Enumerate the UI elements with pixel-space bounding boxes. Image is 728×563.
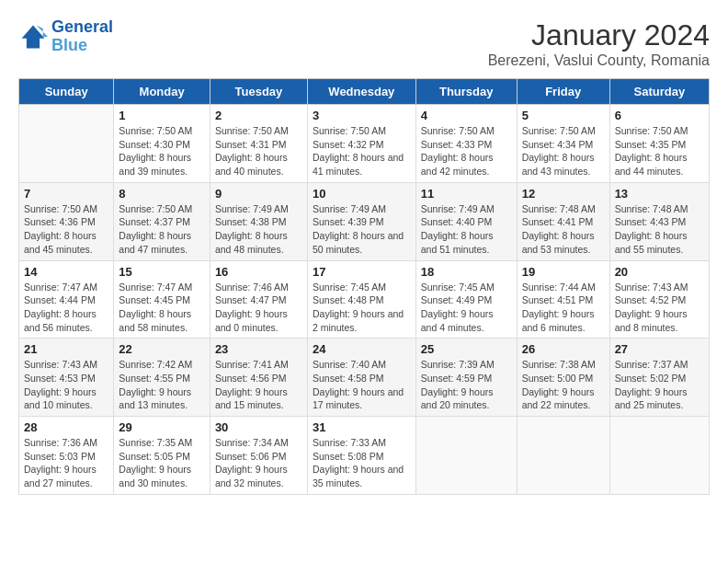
- day-info: Sunrise: 7:49 AMSunset: 4:40 PMDaylight:…: [421, 202, 512, 257]
- logo-text: General Blue: [51, 18, 113, 55]
- day-number: 2: [215, 109, 302, 122]
- day-number: 9: [215, 187, 302, 201]
- calendar-day-cell: 24Sunrise: 7:40 AMSunset: 4:58 PMDayligh…: [307, 339, 415, 417]
- day-info: Sunrise: 7:50 AMSunset: 4:35 PMDaylight:…: [615, 124, 704, 178]
- calendar-day-cell: 27Sunrise: 7:37 AMSunset: 5:02 PMDayligh…: [609, 339, 709, 417]
- calendar-day-cell: 2Sunrise: 7:50 AMSunset: 4:31 PMDaylight…: [210, 105, 307, 183]
- weekday-header: Wednesday: [307, 79, 415, 105]
- day-info: Sunrise: 7:50 AMSunset: 4:33 PMDaylight:…: [421, 124, 512, 178]
- calendar-week-row: 21Sunrise: 7:43 AMSunset: 4:53 PMDayligh…: [19, 339, 710, 417]
- calendar-day-cell: 29Sunrise: 7:35 AMSunset: 5:05 PMDayligh…: [114, 417, 210, 495]
- day-number: 22: [119, 342, 205, 356]
- calendar-day-cell: [609, 417, 709, 495]
- day-info: Sunrise: 7:49 AMSunset: 4:38 PMDaylight:…: [215, 202, 302, 257]
- calendar-day-cell: 4Sunrise: 7:50 AMSunset: 4:33 PMDaylight…: [415, 105, 517, 183]
- day-info: Sunrise: 7:44 AMSunset: 4:51 PMDaylight:…: [522, 281, 605, 335]
- day-info: Sunrise: 7:48 AMSunset: 4:41 PMDaylight:…: [522, 202, 605, 257]
- calendar-day-cell: 14Sunrise: 7:47 AMSunset: 4:44 PMDayligh…: [19, 260, 114, 339]
- title-block: January 2024 Berezeni, Vaslui County, Ro…: [488, 18, 710, 69]
- day-info: Sunrise: 7:50 AMSunset: 4:36 PMDaylight:…: [24, 202, 108, 257]
- day-info: Sunrise: 7:42 AMSunset: 4:55 PMDaylight:…: [119, 358, 205, 412]
- calendar-day-cell: 16Sunrise: 7:46 AMSunset: 4:47 PMDayligh…: [210, 260, 307, 339]
- day-number: 1: [119, 109, 205, 122]
- calendar-day-cell: 19Sunrise: 7:44 AMSunset: 4:51 PMDayligh…: [517, 260, 609, 339]
- day-number: 8: [119, 187, 205, 201]
- weekday-header: Friday: [517, 79, 609, 105]
- day-info: Sunrise: 7:39 AMSunset: 4:59 PMDaylight:…: [421, 358, 512, 412]
- day-info: Sunrise: 7:36 AMSunset: 5:03 PMDaylight:…: [24, 436, 108, 490]
- day-number: 6: [615, 109, 704, 122]
- weekday-header: Sunday: [19, 79, 114, 105]
- logo: General Blue: [18, 18, 113, 55]
- calendar-day-cell: 11Sunrise: 7:49 AMSunset: 4:40 PMDayligh…: [415, 182, 517, 260]
- day-info: Sunrise: 7:37 AMSunset: 5:02 PMDaylight:…: [615, 358, 704, 412]
- calendar-week-row: 7Sunrise: 7:50 AMSunset: 4:36 PMDaylight…: [19, 182, 710, 260]
- day-info: Sunrise: 7:48 AMSunset: 4:43 PMDaylight:…: [615, 202, 704, 257]
- weekday-header: Thursday: [415, 79, 517, 105]
- page-title: January 2024: [488, 18, 710, 52]
- day-number: 24: [313, 342, 411, 356]
- day-number: 27: [615, 342, 704, 356]
- day-number: 3: [313, 109, 411, 122]
- day-number: 14: [24, 265, 108, 279]
- day-number: 13: [615, 187, 704, 201]
- calendar-day-cell: 20Sunrise: 7:43 AMSunset: 4:52 PMDayligh…: [609, 260, 709, 339]
- calendar-day-cell: 6Sunrise: 7:50 AMSunset: 4:35 PMDaylight…: [609, 105, 709, 183]
- calendar-week-row: 1Sunrise: 7:50 AMSunset: 4:30 PMDaylight…: [19, 105, 710, 183]
- day-info: Sunrise: 7:43 AMSunset: 4:53 PMDaylight:…: [24, 358, 108, 412]
- calendar-day-cell: 26Sunrise: 7:38 AMSunset: 5:00 PMDayligh…: [517, 339, 609, 417]
- day-number: 16: [215, 265, 302, 279]
- day-number: 12: [522, 187, 605, 201]
- day-info: Sunrise: 7:50 AMSunset: 4:32 PMDaylight:…: [313, 124, 411, 178]
- day-info: Sunrise: 7:47 AMSunset: 4:44 PMDaylight:…: [24, 281, 108, 335]
- day-number: 4: [421, 109, 512, 122]
- calendar-day-cell: [415, 417, 517, 495]
- calendar-day-cell: 1Sunrise: 7:50 AMSunset: 4:30 PMDaylight…: [114, 105, 210, 183]
- day-number: 11: [421, 187, 512, 201]
- day-info: Sunrise: 7:33 AMSunset: 5:08 PMDaylight:…: [313, 436, 411, 490]
- page-subtitle: Berezeni, Vaslui County, Romania: [488, 52, 710, 69]
- calendar-day-cell: 5Sunrise: 7:50 AMSunset: 4:34 PMDaylight…: [517, 105, 609, 183]
- day-info: Sunrise: 7:40 AMSunset: 4:58 PMDaylight:…: [313, 358, 411, 412]
- calendar-day-cell: 15Sunrise: 7:47 AMSunset: 4:45 PMDayligh…: [114, 260, 210, 339]
- weekday-header: Tuesday: [210, 79, 307, 105]
- day-number: 30: [215, 420, 302, 434]
- day-number: 15: [119, 265, 205, 279]
- calendar-day-cell: 22Sunrise: 7:42 AMSunset: 4:55 PMDayligh…: [114, 339, 210, 417]
- calendar-day-cell: [19, 105, 114, 183]
- day-number: 25: [421, 342, 512, 356]
- day-number: 17: [313, 265, 411, 279]
- day-info: Sunrise: 7:34 AMSunset: 5:06 PMDaylight:…: [215, 436, 302, 490]
- day-number: 19: [522, 265, 605, 279]
- calendar-day-cell: 12Sunrise: 7:48 AMSunset: 4:41 PMDayligh…: [517, 182, 609, 260]
- day-info: Sunrise: 7:35 AMSunset: 5:05 PMDaylight:…: [119, 436, 205, 490]
- day-number: 26: [522, 342, 605, 356]
- calendar-day-cell: 30Sunrise: 7:34 AMSunset: 5:06 PMDayligh…: [210, 417, 307, 495]
- calendar-week-row: 28Sunrise: 7:36 AMSunset: 5:03 PMDayligh…: [19, 417, 710, 495]
- day-info: Sunrise: 7:47 AMSunset: 4:45 PMDaylight:…: [119, 281, 205, 335]
- calendar-day-cell: 28Sunrise: 7:36 AMSunset: 5:03 PMDayligh…: [19, 417, 114, 495]
- calendar-day-cell: 9Sunrise: 7:49 AMSunset: 4:38 PMDaylight…: [210, 182, 307, 260]
- weekday-header: Saturday: [609, 79, 709, 105]
- day-info: Sunrise: 7:45 AMSunset: 4:49 PMDaylight:…: [421, 281, 512, 335]
- day-number: 18: [421, 265, 512, 279]
- calendar-day-cell: 13Sunrise: 7:48 AMSunset: 4:43 PMDayligh…: [609, 182, 709, 260]
- day-number: 20: [615, 265, 704, 279]
- weekday-header: Monday: [114, 79, 210, 105]
- day-number: 23: [215, 342, 302, 356]
- day-info: Sunrise: 7:50 AMSunset: 4:30 PMDaylight:…: [119, 124, 205, 178]
- day-info: Sunrise: 7:50 AMSunset: 4:34 PMDaylight:…: [522, 124, 605, 178]
- logo-icon: [18, 22, 48, 52]
- page-header: General Blue January 2024 Berezeni, Vasl…: [18, 18, 710, 69]
- calendar-day-cell: 23Sunrise: 7:41 AMSunset: 4:56 PMDayligh…: [210, 339, 307, 417]
- day-number: 7: [24, 187, 108, 201]
- calendar-day-cell: [517, 417, 609, 495]
- calendar-day-cell: 31Sunrise: 7:33 AMSunset: 5:08 PMDayligh…: [307, 417, 415, 495]
- day-number: 21: [24, 342, 108, 356]
- calendar-day-cell: 7Sunrise: 7:50 AMSunset: 4:36 PMDaylight…: [19, 182, 114, 260]
- day-info: Sunrise: 7:45 AMSunset: 4:48 PMDaylight:…: [313, 281, 411, 335]
- calendar-day-cell: 17Sunrise: 7:45 AMSunset: 4:48 PMDayligh…: [307, 260, 415, 339]
- day-info: Sunrise: 7:50 AMSunset: 4:31 PMDaylight:…: [215, 124, 302, 178]
- day-info: Sunrise: 7:49 AMSunset: 4:39 PMDaylight:…: [313, 202, 411, 257]
- calendar-day-cell: 3Sunrise: 7:50 AMSunset: 4:32 PMDaylight…: [307, 105, 415, 183]
